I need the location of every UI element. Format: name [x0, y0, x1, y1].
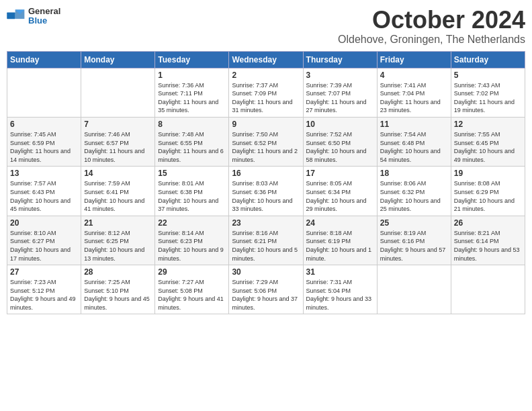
col-header-wednesday: Wednesday	[229, 51, 303, 68]
calendar-cell: 14Sunrise: 7:59 AMSunset: 6:41 PMDayligh…	[81, 167, 155, 216]
col-header-monday: Monday	[81, 51, 155, 68]
day-number: 26	[454, 218, 522, 228]
day-info: Sunrise: 7:55 AMSunset: 6:45 PMDaylight:…	[454, 130, 522, 164]
calendar-cell: 22Sunrise: 8:14 AMSunset: 6:23 PMDayligh…	[155, 216, 229, 265]
calendar-cell: 21Sunrise: 8:12 AMSunset: 6:25 PMDayligh…	[81, 216, 155, 265]
day-info: Sunrise: 7:29 AMSunset: 5:06 PMDaylight:…	[232, 278, 300, 312]
calendar-cell: 5Sunrise: 7:43 AMSunset: 7:02 PMDaylight…	[451, 68, 525, 117]
svg-rect-0	[7, 13, 15, 19]
day-info: Sunrise: 8:12 AMSunset: 6:25 PMDaylight:…	[84, 229, 152, 263]
day-number: 6	[10, 120, 78, 129]
calendar-cell: 2Sunrise: 7:37 AMSunset: 7:09 PMDaylight…	[229, 68, 303, 117]
day-number: 27	[10, 267, 78, 277]
logo-general: General	[28, 7, 60, 16]
calendar-cell: 18Sunrise: 8:06 AMSunset: 6:32 PMDayligh…	[377, 167, 451, 216]
calendar-cell: 23Sunrise: 8:16 AMSunset: 6:21 PMDayligh…	[229, 216, 303, 265]
calendar-cell: 12Sunrise: 7:55 AMSunset: 6:45 PMDayligh…	[451, 117, 525, 166]
calendar-cell	[451, 265, 525, 314]
logo: General Blue	[7, 7, 60, 26]
calendar-cell: 31Sunrise: 7:31 AMSunset: 5:04 PMDayligh…	[303, 265, 377, 314]
day-info: Sunrise: 7:31 AMSunset: 5:04 PMDaylight:…	[306, 278, 374, 312]
title-area: October 2024 Oldehove, Groningen, The Ne…	[338, 7, 525, 46]
calendar-cell: 26Sunrise: 8:21 AMSunset: 6:14 PMDayligh…	[451, 216, 525, 265]
day-info: Sunrise: 8:03 AMSunset: 6:36 PMDaylight:…	[232, 179, 300, 213]
calendar-cell: 8Sunrise: 7:48 AMSunset: 6:55 PMDaylight…	[155, 117, 229, 166]
day-info: Sunrise: 7:50 AMSunset: 6:52 PMDaylight:…	[232, 130, 300, 164]
col-header-thursday: Thursday	[303, 51, 377, 68]
day-number: 3	[306, 71, 374, 80]
calendar-cell: 24Sunrise: 8:18 AMSunset: 6:19 PMDayligh…	[303, 216, 377, 265]
day-info: Sunrise: 7:54 AMSunset: 6:48 PMDaylight:…	[380, 130, 448, 164]
day-number: 11	[380, 120, 448, 129]
day-info: Sunrise: 8:08 AMSunset: 6:29 PMDaylight:…	[454, 179, 522, 213]
day-info: Sunrise: 7:59 AMSunset: 6:41 PMDaylight:…	[84, 179, 152, 213]
calendar-cell: 9Sunrise: 7:50 AMSunset: 6:52 PMDaylight…	[229, 117, 303, 166]
day-info: Sunrise: 8:06 AMSunset: 6:32 PMDaylight:…	[380, 179, 448, 213]
day-number: 17	[306, 169, 374, 178]
page-header: General Blue October 2024 Oldehove, Gron…	[7, 7, 525, 46]
day-number: 20	[10, 218, 78, 228]
day-number: 4	[380, 71, 448, 80]
day-info: Sunrise: 7:25 AMSunset: 5:10 PMDaylight:…	[84, 278, 152, 312]
day-number: 8	[158, 120, 226, 129]
day-info: Sunrise: 7:57 AMSunset: 6:43 PMDaylight:…	[10, 179, 78, 213]
location-title: Oldehove, Groningen, The Netherlands	[338, 34, 525, 46]
day-info: Sunrise: 7:45 AMSunset: 6:59 PMDaylight:…	[10, 130, 78, 164]
logo-icon	[7, 9, 26, 24]
calendar-cell	[81, 68, 155, 117]
day-number: 13	[10, 169, 78, 178]
day-info: Sunrise: 7:23 AMSunset: 5:12 PMDaylight:…	[10, 278, 78, 312]
calendar-cell	[7, 68, 81, 117]
day-number: 18	[380, 169, 448, 178]
calendar-cell: 27Sunrise: 7:23 AMSunset: 5:12 PMDayligh…	[7, 265, 81, 314]
day-info: Sunrise: 8:16 AMSunset: 6:21 PMDaylight:…	[232, 229, 300, 263]
day-info: Sunrise: 7:52 AMSunset: 6:50 PMDaylight:…	[306, 130, 374, 164]
day-number: 2	[232, 71, 300, 80]
day-number: 5	[454, 71, 522, 80]
day-info: Sunrise: 8:10 AMSunset: 6:27 PMDaylight:…	[10, 229, 78, 263]
calendar-cell: 7Sunrise: 7:46 AMSunset: 6:57 PMDaylight…	[81, 117, 155, 166]
calendar-cell: 28Sunrise: 7:25 AMSunset: 5:10 PMDayligh…	[81, 265, 155, 314]
day-number: 14	[84, 169, 152, 178]
calendar-cell: 6Sunrise: 7:45 AMSunset: 6:59 PMDaylight…	[7, 117, 81, 166]
calendar-cell: 30Sunrise: 7:29 AMSunset: 5:06 PMDayligh…	[229, 265, 303, 314]
col-header-friday: Friday	[377, 51, 451, 68]
day-info: Sunrise: 7:41 AMSunset: 7:04 PMDaylight:…	[380, 81, 448, 115]
day-number: 9	[232, 120, 300, 129]
day-number: 15	[158, 169, 226, 178]
day-info: Sunrise: 8:14 AMSunset: 6:23 PMDaylight:…	[158, 229, 226, 263]
calendar-cell: 29Sunrise: 7:27 AMSunset: 5:08 PMDayligh…	[155, 265, 229, 314]
day-info: Sunrise: 7:46 AMSunset: 6:57 PMDaylight:…	[84, 130, 152, 164]
calendar-table: SundayMondayTuesdayWednesdayThursdayFrid…	[7, 51, 525, 315]
day-info: Sunrise: 8:01 AMSunset: 6:38 PMDaylight:…	[158, 179, 226, 213]
day-info: Sunrise: 8:21 AMSunset: 6:14 PMDaylight:…	[454, 229, 522, 263]
calendar-cell: 13Sunrise: 7:57 AMSunset: 6:43 PMDayligh…	[7, 167, 81, 216]
day-number: 21	[84, 218, 152, 228]
calendar-cell: 16Sunrise: 8:03 AMSunset: 6:36 PMDayligh…	[229, 167, 303, 216]
day-number: 19	[454, 169, 522, 178]
col-header-tuesday: Tuesday	[155, 51, 229, 68]
calendar-cell: 17Sunrise: 8:05 AMSunset: 6:34 PMDayligh…	[303, 167, 377, 216]
day-info: Sunrise: 8:19 AMSunset: 6:16 PMDaylight:…	[380, 229, 448, 263]
day-number: 7	[84, 120, 152, 129]
day-info: Sunrise: 7:43 AMSunset: 7:02 PMDaylight:…	[454, 81, 522, 115]
day-info: Sunrise: 7:37 AMSunset: 7:09 PMDaylight:…	[232, 81, 300, 115]
calendar-cell: 25Sunrise: 8:19 AMSunset: 6:16 PMDayligh…	[377, 216, 451, 265]
calendar-cell: 3Sunrise: 7:39 AMSunset: 7:07 PMDaylight…	[303, 68, 377, 117]
day-info: Sunrise: 8:05 AMSunset: 6:34 PMDaylight:…	[306, 179, 374, 213]
logo-blue: Blue	[28, 16, 60, 26]
calendar-cell	[377, 265, 451, 314]
day-number: 12	[454, 120, 522, 129]
day-info: Sunrise: 8:18 AMSunset: 6:19 PMDaylight:…	[306, 229, 374, 263]
col-header-sunday: Sunday	[7, 51, 81, 68]
calendar-cell: 1Sunrise: 7:36 AMSunset: 7:11 PMDaylight…	[155, 68, 229, 117]
day-info: Sunrise: 7:36 AMSunset: 7:11 PMDaylight:…	[158, 81, 226, 115]
day-info: Sunrise: 7:48 AMSunset: 6:55 PMDaylight:…	[158, 130, 226, 164]
calendar-cell: 19Sunrise: 8:08 AMSunset: 6:29 PMDayligh…	[451, 167, 525, 216]
calendar-cell: 15Sunrise: 8:01 AMSunset: 6:38 PMDayligh…	[155, 167, 229, 216]
day-number: 28	[84, 267, 152, 277]
day-number: 10	[306, 120, 374, 129]
day-number: 29	[158, 267, 226, 277]
col-header-saturday: Saturday	[451, 51, 525, 68]
calendar-cell: 4Sunrise: 7:41 AMSunset: 7:04 PMDaylight…	[377, 68, 451, 117]
